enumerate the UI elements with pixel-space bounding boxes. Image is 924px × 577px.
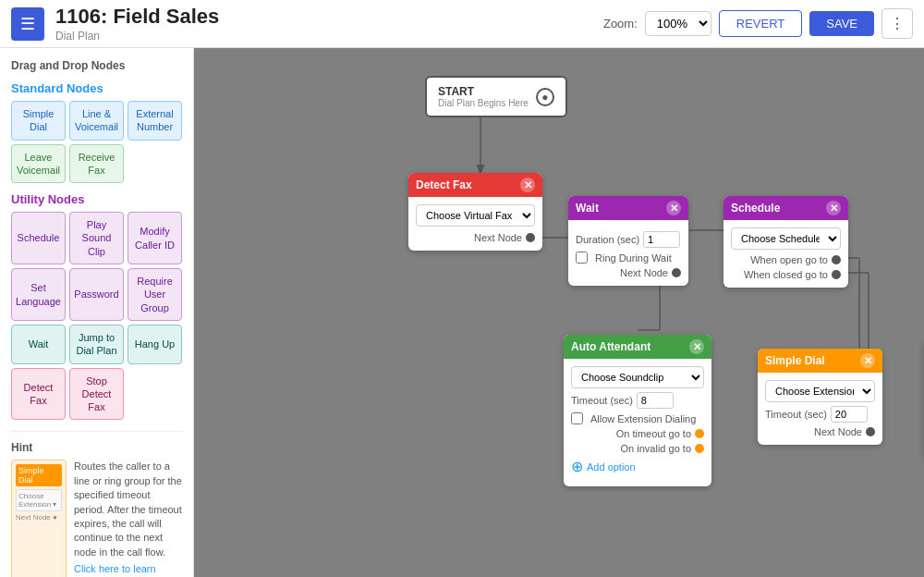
wait-ring-checkbox[interactable] xyxy=(576,252,588,264)
schedule-open-connector[interactable] xyxy=(832,255,841,264)
auto-attendant-timeout-go-label: On timeout go to xyxy=(616,428,691,439)
simple-dial-connector[interactable] xyxy=(866,427,875,436)
detect-fax-next-label: Next Node xyxy=(474,232,522,243)
canvas[interactable]: START Dial Plan Begins Here ● Detect Fax… xyxy=(194,48,924,577)
auto-attendant-node: Auto Attendant ✕ Choose Soundclip Timeou… xyxy=(564,335,711,486)
simple-dial-header: Simple Dial ✕ xyxy=(758,349,882,373)
hint-section: Hint Simple Dial Choose Extension ▾ Next… xyxy=(11,431,182,577)
node-tile-line-voicemail[interactable]: Line & Voicemail xyxy=(69,101,124,141)
node-tile-simple-dial[interactable]: Simple Dial xyxy=(11,101,66,141)
node-tile-leave-voicemail[interactable]: Leave Voicemail xyxy=(11,144,66,184)
header-controls: Zoom: 100% 75% 150% REVERT SAVE ⋮ xyxy=(603,8,913,39)
more-options-button[interactable]: ⋮ xyxy=(881,8,913,39)
detect-fax-close[interactable]: ✕ xyxy=(520,178,535,192)
node-tile-require-user-group[interactable]: Require User Group xyxy=(128,268,182,321)
start-subtitle: Dial Plan Begins Here xyxy=(438,98,529,108)
hint-text: Routes the caller to a line or ring grou… xyxy=(74,460,182,559)
schedule-open-row: When open go to xyxy=(731,254,841,265)
schedule-header: Schedule ✕ xyxy=(723,196,848,220)
detect-fax-body: Choose Virtual Fax Next Node xyxy=(408,197,542,251)
wait-node: Wait ✕ Duration (sec) Ring During Wait N… xyxy=(568,196,688,286)
auto-attendant-ext-row: Allow Extension Dialing xyxy=(571,412,704,424)
auto-attendant-timeout-input[interactable] xyxy=(637,392,674,409)
menu-icon: ☰ xyxy=(20,14,35,34)
start-icon: ● xyxy=(536,88,554,106)
auto-attendant-body: Choose Soundclip Timeout (sec) Allow Ext… xyxy=(564,359,711,486)
hint-description-block: Routes the caller to a line or ring grou… xyxy=(74,460,182,577)
simple-dial-close[interactable]: ✕ xyxy=(860,353,875,368)
simple-dial-title: Simple Dial xyxy=(765,354,825,367)
auto-attendant-header: Auto Attendant ✕ xyxy=(564,335,711,359)
detect-fax-node: Detect Fax ✕ Choose Virtual Fax Next Nod… xyxy=(408,173,542,251)
node-tile-modify-caller-id[interactable]: Modify Caller ID xyxy=(128,212,182,264)
start-title: START xyxy=(438,85,529,98)
simple-dial-timeout-label: Timeout (sec) xyxy=(765,409,827,420)
schedule-node: Schedule ✕ Choose Schedule When open go … xyxy=(723,196,848,288)
revert-button[interactable]: REVERT xyxy=(719,10,803,37)
header-title-block: 1106: Field Sales Dial Plan xyxy=(55,5,603,42)
simple-dial-select[interactable]: Choose Extension xyxy=(765,380,875,402)
page-title: 1106: Field Sales xyxy=(55,5,603,29)
add-option-icon: ⊕ xyxy=(571,458,583,475)
schedule-open-label: When open go to xyxy=(750,254,828,265)
canvas-arrows xyxy=(194,48,924,577)
save-button[interactable]: SAVE xyxy=(809,11,874,36)
auto-attendant-ext-checkbox[interactable] xyxy=(571,412,583,424)
page-subtitle: Dial Plan xyxy=(55,30,603,43)
wait-duration-input[interactable] xyxy=(643,231,680,248)
wait-header: Wait ✕ xyxy=(568,196,688,220)
wait-close[interactable]: ✕ xyxy=(666,201,681,215)
wait-duration-label: Duration (sec) xyxy=(576,234,639,245)
schedule-closed-connector[interactable] xyxy=(832,270,841,279)
auto-attendant-close[interactable]: ✕ xyxy=(689,339,704,354)
auto-attendant-timeout-label: Timeout (sec) xyxy=(571,395,633,406)
hint-label: Hint xyxy=(11,441,182,454)
zoom-select[interactable]: 100% 75% 150% xyxy=(645,11,711,36)
detect-fax-select[interactable]: Choose Virtual Fax xyxy=(416,204,535,227)
utility-nodes-grid: Schedule Play Sound Clip Modify Caller I… xyxy=(11,212,182,420)
start-node: START Dial Plan Begins Here ● xyxy=(425,76,567,117)
simple-dial-body: Choose Extension Timeout (sec) Next Node xyxy=(758,373,882,445)
schedule-body: Choose Schedule When open go to When clo… xyxy=(723,220,848,288)
auto-attendant-title: Auto Attendant xyxy=(571,340,650,353)
sidebar: Drag and Drop Nodes Standard Nodes Simpl… xyxy=(0,48,194,577)
schedule-closed-row: When closed go to xyxy=(731,269,841,280)
node-tile-detect-fax[interactable]: Detect Fax xyxy=(11,368,66,421)
wait-connector[interactable] xyxy=(672,268,681,277)
hint-link[interactable]: Click here to learn more. xyxy=(74,563,182,577)
menu-button[interactable]: ☰ xyxy=(11,7,44,41)
auto-attendant-ext-label: Allow Extension Dialing xyxy=(590,413,696,424)
node-tile-hang-up[interactable]: Hang Up xyxy=(128,325,182,364)
auto-attendant-select[interactable]: Choose Soundclip xyxy=(571,366,704,388)
wait-body: Duration (sec) Ring During Wait Next Nod… xyxy=(568,220,688,286)
detect-fax-title: Detect Fax xyxy=(416,178,472,191)
node-tile-wait[interactable]: Wait xyxy=(11,325,66,364)
node-tile-schedule[interactable]: Schedule xyxy=(11,212,66,264)
auto-attendant-invalid-go-row: On invalid go to xyxy=(571,443,704,454)
main-container: Drag and Drop Nodes Standard Nodes Simpl… xyxy=(0,48,924,577)
schedule-select[interactable]: Choose Schedule xyxy=(731,227,841,250)
detect-fax-connector[interactable] xyxy=(526,233,535,242)
wait-next-node-row: Next Node xyxy=(576,267,681,278)
node-tile-stop-detect-fax[interactable]: Stop Detect Fax xyxy=(69,368,124,421)
node-tile-play-sound-clip[interactable]: Play Sound Clip xyxy=(69,212,124,264)
schedule-closed-label: When closed go to xyxy=(744,269,828,280)
wait-duration-row: Duration (sec) xyxy=(576,231,681,248)
auto-attendant-timeout-go-row: On timeout go to xyxy=(571,428,704,439)
auto-attendant-timeout-row: Timeout (sec) xyxy=(571,392,704,409)
node-tile-jump-to-dial-plan[interactable]: Jump to Dial Plan xyxy=(69,325,124,364)
node-tile-password[interactable]: Password xyxy=(69,268,124,321)
node-tile-set-language[interactable]: Set Language xyxy=(11,268,66,321)
node-tile-external-number[interactable]: External Number xyxy=(128,101,182,141)
simple-dial-timeout-input[interactable] xyxy=(831,406,868,423)
node-tile-receive-fax[interactable]: Receive Fax xyxy=(69,144,124,184)
wait-title: Wait xyxy=(576,202,599,215)
wait-ring-row: Ring During Wait xyxy=(576,252,681,264)
schedule-close[interactable]: ✕ xyxy=(826,201,841,215)
add-option-button[interactable]: ⊕ Add option xyxy=(571,454,704,479)
app-header: ☰ 1106: Field Sales Dial Plan Zoom: 100%… xyxy=(0,0,924,48)
auto-attendant-invalid-connector[interactable] xyxy=(695,444,704,453)
simple-dial-timeout-row: Timeout (sec) xyxy=(765,406,875,423)
wait-ring-label: Ring During Wait xyxy=(595,252,672,264)
auto-attendant-timeout-connector[interactable] xyxy=(695,429,704,438)
